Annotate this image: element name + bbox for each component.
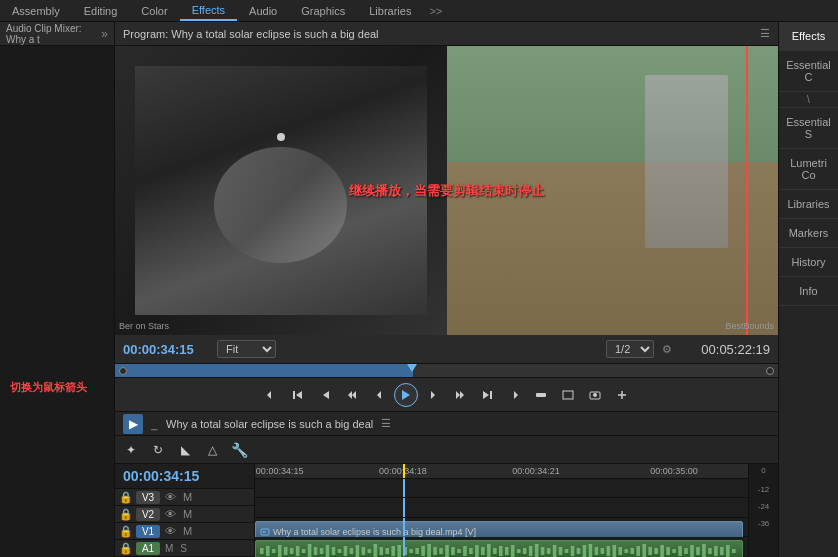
scrubber-right-handle[interactable] <box>766 367 774 375</box>
step-back-button[interactable] <box>313 383 337 407</box>
lock-icon-v2[interactable]: 🔒 <box>119 508 133 521</box>
timeline-header: ▶ ⎯ Why a total solar eclipse is such a … <box>115 412 778 436</box>
svg-rect-31 <box>314 547 318 555</box>
timeline-tool-4[interactable]: △ <box>200 438 224 462</box>
ratio-dropdown[interactable]: 1/2 Full 1/4 <box>606 340 654 358</box>
settings-icon[interactable]: ⚙ <box>658 343 676 356</box>
svg-rect-73 <box>565 549 569 553</box>
track-row-v2: 🔒 V2 👁 M <box>115 506 254 523</box>
monitor-title: Program: Why a total solar eclipse is su… <box>123 28 379 40</box>
right-panel-history[interactable]: History <box>779 248 838 277</box>
svg-rect-62 <box>499 546 503 556</box>
timecode-out-display[interactable]: 00:05:22:19 <box>680 342 770 357</box>
nav-assembly[interactable]: Assembly <box>0 0 72 21</box>
right-panel-essential-s[interactable]: Essential S <box>779 108 838 149</box>
track-content-a1 <box>255 537 748 557</box>
selection-tool-btn[interactable]: ▶ <box>123 414 143 434</box>
svg-rect-59 <box>481 547 485 555</box>
nav-editing[interactable]: Editing <box>72 0 130 21</box>
audio-mixer-expand[interactable]: » <box>101 27 108 41</box>
top-nav: Assembly Editing Color Effects Audio Gra… <box>0 0 838 22</box>
right-panel-essential-c[interactable]: Essential C <box>779 51 838 92</box>
safe-margins-button[interactable] <box>556 383 580 407</box>
svg-rect-79 <box>601 548 605 554</box>
svg-rect-15 <box>563 391 573 399</box>
right-panel-effects[interactable]: Effects <box>779 22 838 51</box>
svg-rect-52 <box>439 548 443 554</box>
step-fwd-button[interactable] <box>421 383 445 407</box>
scrubber-bar[interactable] <box>115 364 778 377</box>
timeline-tool-1[interactable]: ✦ <box>119 438 143 462</box>
audio-clip-a1[interactable] <box>255 540 743 557</box>
svg-marker-11 <box>483 391 489 399</box>
svg-rect-30 <box>308 544 312 557</box>
track-label-v2[interactable]: V2 <box>136 508 160 521</box>
tracks-area: 00:00:34:15 00:00:34:18 00:00:34:21 00:0… <box>255 464 748 557</box>
svg-rect-74 <box>571 546 575 556</box>
svg-rect-47 <box>409 549 413 553</box>
to-start-button[interactable] <box>286 383 310 407</box>
track-eye-v3[interactable]: 👁 <box>163 490 178 504</box>
camera-button[interactable] <box>583 383 607 407</box>
timeline-timecode[interactable]: 00:00:34:15 <box>115 464 254 489</box>
svg-rect-34 <box>332 547 336 555</box>
track-eye-v2[interactable]: 👁 <box>163 507 178 521</box>
svg-marker-3 <box>323 391 329 399</box>
timeline-tool-3[interactable]: ◣ <box>173 438 197 462</box>
right-panel-libraries[interactable]: Libraries <box>779 190 838 219</box>
svg-rect-98 <box>714 546 718 556</box>
right-panel-lumetri[interactable]: Lumetri Co <box>779 149 838 190</box>
svg-rect-40 <box>368 549 372 553</box>
monitor-controls: 00:00:34:15 Fit 25% 50% 75% 100% 1/2 Ful… <box>115 335 778 363</box>
nav-effects[interactable]: Effects <box>180 0 237 21</box>
timeline-tool-5[interactable]: 🔧 <box>227 438 251 462</box>
timeline-scrubber[interactable] <box>115 363 778 377</box>
nav-graphics[interactable]: Graphics <box>289 0 357 21</box>
play-button[interactable] <box>394 383 418 407</box>
fit-dropdown[interactable]: Fit 25% 50% 75% 100% <box>217 340 276 358</box>
step-back2-button[interactable] <box>367 383 391 407</box>
right-panel-markers[interactable]: Markers <box>779 219 838 248</box>
nav-audio[interactable]: Audio <box>237 0 289 21</box>
to-end-button[interactable] <box>475 383 499 407</box>
nav-libraries[interactable]: Libraries <box>357 0 423 21</box>
yellow-marker <box>403 464 405 478</box>
timeline-menu-icon[interactable]: ☰ <box>381 417 391 430</box>
nav-more[interactable]: >> <box>423 5 448 17</box>
shuttle-back-button[interactable] <box>340 383 364 407</box>
nav-color[interactable]: Color <box>129 0 179 21</box>
track-a1-m[interactable]: M <box>163 543 175 554</box>
lock-icon-v1[interactable]: 🔒 <box>119 525 133 538</box>
mark-in-button[interactable] <box>259 383 283 407</box>
loop-button[interactable] <box>529 383 553 407</box>
playhead-v3 <box>403 479 405 498</box>
svg-rect-89 <box>660 545 664 557</box>
add-edit-button[interactable] <box>610 383 634 407</box>
svg-rect-101 <box>732 549 736 553</box>
svg-rect-45 <box>397 545 401 557</box>
svg-rect-54 <box>451 547 455 555</box>
track-mute-v1[interactable]: M <box>181 524 194 538</box>
track-mute-v2[interactable]: M <box>181 507 194 521</box>
timeline-tool-2[interactable]: ↻ <box>146 438 170 462</box>
right-panel-info[interactable]: Info <box>779 277 838 306</box>
lock-icon-a1[interactable]: 🔒 <box>119 542 133 555</box>
track-a1-s[interactable]: S <box>178 543 189 554</box>
video-right: BestBounds <box>447 46 779 335</box>
track-label-v3[interactable]: V3 <box>136 491 160 504</box>
mark-out-button[interactable] <box>502 383 526 407</box>
track-label-v1[interactable]: V1 <box>136 525 160 538</box>
scrubber-left-handle[interactable] <box>119 367 127 375</box>
svg-rect-70 <box>547 548 551 554</box>
track-label-a1[interactable]: A1 <box>136 542 160 555</box>
timeline-body: 00:00:34:15 🔒 V3 👁 M 🔒 V2 👁 M <box>115 464 778 557</box>
track-mute-v3[interactable]: M <box>181 490 194 504</box>
monitor-menu-icon[interactable]: ☰ <box>760 27 770 40</box>
svg-rect-69 <box>541 547 545 555</box>
track-eye-v1[interactable]: 👁 <box>163 524 178 538</box>
timecode-in-display[interactable]: 00:00:34:15 <box>123 342 213 357</box>
svg-rect-43 <box>385 548 389 554</box>
lock-icon-v3[interactable]: 🔒 <box>119 491 133 504</box>
shuttle-fwd-button[interactable] <box>448 383 472 407</box>
scrubber-playhead[interactable] <box>407 364 417 372</box>
